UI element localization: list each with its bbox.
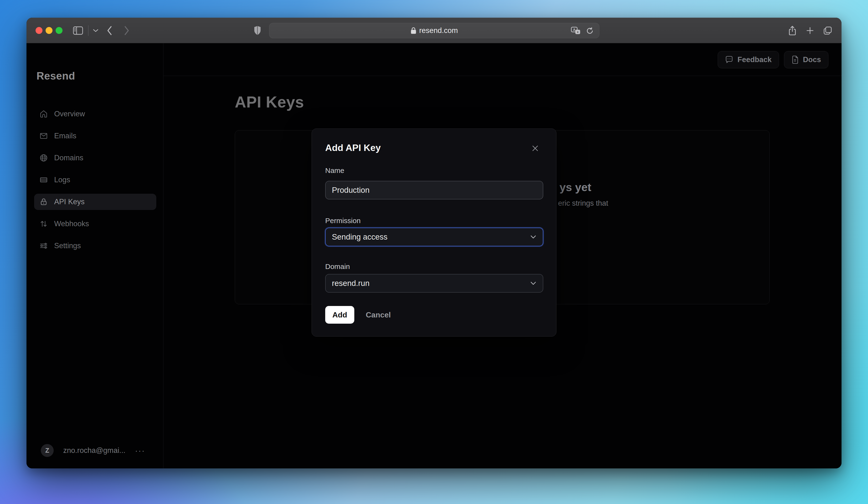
svg-text:x: x bbox=[577, 30, 579, 34]
user-menu-ellipsis[interactable]: ··· bbox=[135, 446, 145, 455]
feedback-button[interactable]: Feedback bbox=[718, 51, 779, 68]
docs-label: Docs bbox=[803, 56, 821, 64]
empty-state-heading-fragment: ys yet bbox=[559, 181, 591, 194]
sidebar-item-webhooks[interactable]: Webhooks bbox=[34, 216, 156, 232]
close-icon[interactable] bbox=[530, 143, 540, 153]
back-button[interactable] bbox=[103, 18, 116, 43]
domain-select[interactable]: resend.run bbox=[325, 274, 543, 293]
add-api-key-modal: Add API Key Name Permission Sending acce… bbox=[312, 129, 556, 336]
sidebar: Resend Overview Ema bbox=[27, 43, 163, 468]
resend-logo: Resend bbox=[37, 70, 75, 82]
sliders-icon bbox=[39, 242, 48, 250]
permission-value: Sending access bbox=[332, 232, 388, 242]
browser-toolbar: resend.com A x bbox=[27, 18, 841, 43]
translate-icon[interactable]: A x bbox=[571, 23, 580, 39]
sidebar-item-settings[interactable]: Settings bbox=[34, 238, 156, 254]
new-tab-icon[interactable] bbox=[803, 18, 818, 43]
sidebar-item-label: Domains bbox=[54, 154, 83, 162]
sidebar-item-api-keys[interactable]: API Keys bbox=[34, 194, 156, 210]
sidebar-item-label: Webhooks bbox=[54, 220, 89, 228]
home-icon bbox=[39, 110, 48, 118]
shield-icon[interactable] bbox=[250, 18, 265, 43]
sidebar-item-label: Emails bbox=[54, 132, 76, 140]
docs-button[interactable]: Docs bbox=[784, 51, 828, 68]
app-content: Resend Overview Ema bbox=[27, 43, 841, 468]
modal-title: Add API Key bbox=[325, 143, 381, 153]
forward-button[interactable] bbox=[120, 18, 133, 43]
logs-icon bbox=[39, 175, 48, 184]
sidebar-toggle-icon[interactable] bbox=[71, 18, 85, 43]
reload-icon[interactable] bbox=[586, 23, 594, 39]
window-zoom-button[interactable] bbox=[55, 27, 62, 34]
permission-select[interactable]: Sending access bbox=[325, 228, 543, 246]
name-label: Name bbox=[325, 167, 344, 175]
sidebar-item-label: API Keys bbox=[54, 198, 85, 206]
browser-window: resend.com A x bbox=[27, 18, 841, 468]
sidebar-item-label: Overview bbox=[54, 110, 85, 118]
permission-label: Permission bbox=[325, 216, 361, 225]
sidebar-nav: Overview Emails Do bbox=[34, 106, 156, 254]
sidebar-item-logs[interactable]: Logs bbox=[34, 172, 156, 188]
arrows-up-down-icon bbox=[39, 220, 48, 228]
address-bar[interactable]: resend.com A x bbox=[269, 23, 599, 38]
cancel-button[interactable]: Cancel bbox=[366, 306, 391, 324]
add-button[interactable]: Add bbox=[325, 306, 354, 324]
chevron-down-icon bbox=[530, 281, 537, 285]
sidebar-item-label: Logs bbox=[54, 175, 70, 184]
domain-value: resend.run bbox=[332, 279, 370, 288]
toolbar-separator bbox=[88, 25, 89, 36]
chevron-down-icon bbox=[530, 235, 537, 239]
document-icon bbox=[792, 56, 798, 64]
svg-text:A: A bbox=[573, 28, 576, 31]
name-input[interactable] bbox=[325, 181, 543, 200]
speech-bubble-icon bbox=[725, 56, 733, 63]
sidebar-item-overview[interactable]: Overview bbox=[34, 106, 156, 122]
window-minimize-button[interactable] bbox=[45, 27, 52, 34]
sidebar-item-label: Settings bbox=[54, 242, 81, 250]
page-header: Feedback Docs bbox=[163, 43, 841, 76]
share-icon[interactable] bbox=[785, 18, 800, 43]
lock-icon bbox=[411, 27, 416, 34]
url-text: resend.com bbox=[419, 26, 458, 35]
tab-overview-icon[interactable] bbox=[820, 18, 835, 43]
globe-icon bbox=[39, 154, 48, 162]
domain-label: Domain bbox=[325, 262, 350, 271]
empty-state-body-fragment: eric strings that bbox=[558, 199, 608, 208]
mail-icon bbox=[39, 132, 48, 140]
sidebar-item-domains[interactable]: Domains bbox=[34, 150, 156, 166]
lock-icon bbox=[39, 198, 48, 206]
page-title: API Keys bbox=[235, 93, 304, 111]
window-close-button[interactable] bbox=[35, 27, 42, 34]
user-row: Z zno.rocha@gmai... ··· bbox=[41, 444, 145, 457]
avatar[interactable]: Z bbox=[41, 444, 54, 457]
chevron-down-icon[interactable] bbox=[91, 18, 101, 43]
user-email: zno.rocha@gmai... bbox=[63, 446, 125, 455]
sidebar-item-emails[interactable]: Emails bbox=[34, 128, 156, 144]
feedback-label: Feedback bbox=[737, 56, 772, 64]
